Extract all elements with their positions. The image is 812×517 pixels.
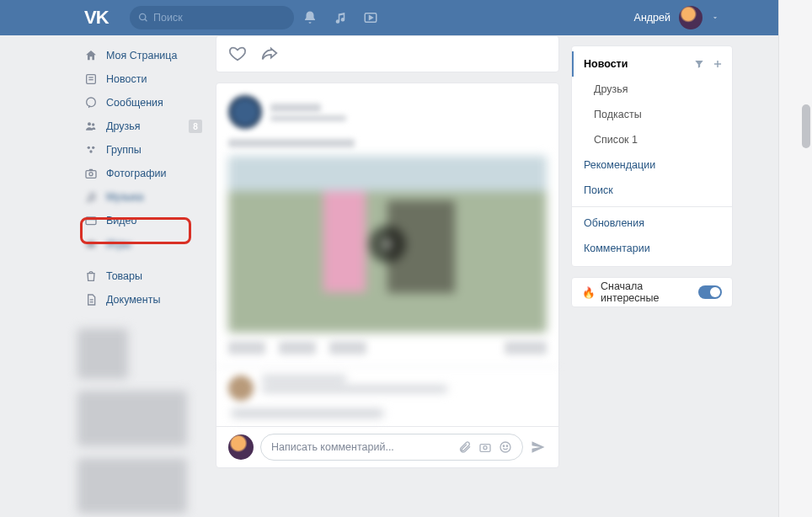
bell-icon[interactable] bbox=[302, 10, 318, 25]
svg-point-6 bbox=[87, 98, 96, 107]
friends-icon bbox=[83, 118, 99, 135]
svg-point-11 bbox=[89, 150, 92, 152]
search-input[interactable] bbox=[153, 12, 285, 24]
filter-label: Обновления bbox=[584, 217, 644, 229]
sidebar-extras bbox=[77, 328, 204, 514]
filter-label: Поиск bbox=[584, 184, 613, 196]
docs-icon bbox=[83, 291, 99, 308]
post-header bbox=[228, 95, 547, 129]
nav-label: Друзья bbox=[106, 120, 141, 132]
funnel-icon[interactable] bbox=[693, 58, 705, 70]
comment-field[interactable]: Написать комментарий... bbox=[260, 434, 523, 461]
filter-label: Список 1 bbox=[594, 134, 638, 146]
filter-podcasts[interactable]: Подкасты bbox=[572, 102, 732, 127]
vk-logo[interactable]: VK bbox=[84, 7, 109, 29]
play-box-icon[interactable] bbox=[363, 10, 378, 25]
nav-my-page[interactable]: Моя Страница bbox=[77, 44, 204, 67]
games-icon bbox=[83, 236, 99, 253]
page-scrollbar[interactable] bbox=[778, 0, 812, 517]
comment-placeholder: Написать комментарий... bbox=[271, 441, 394, 453]
nav-label: Моя Страница bbox=[106, 50, 177, 61]
post-actions-card bbox=[216, 35, 559, 72]
svg-point-24 bbox=[503, 445, 504, 446]
nav-photos[interactable]: Фотографии bbox=[77, 162, 204, 185]
avatar bbox=[679, 6, 702, 29]
filter-friends[interactable]: Друзья bbox=[572, 77, 732, 102]
toggle-label: Сначала интересные bbox=[601, 280, 698, 304]
feed: Написать комментарий... bbox=[216, 35, 559, 517]
right-sidebar: Новости Друзья Подкасты Список 1 Рекомен… bbox=[571, 35, 733, 517]
nav-friends[interactable]: Друзья 8 bbox=[77, 115, 204, 138]
nav-label: Игры bbox=[106, 238, 131, 250]
scroll-thumb[interactable] bbox=[802, 104, 810, 148]
video-icon bbox=[83, 212, 99, 229]
filter-search[interactable]: Поиск bbox=[572, 178, 732, 203]
chat-icon bbox=[83, 94, 99, 111]
header-user[interactable]: Андрей bbox=[634, 6, 719, 29]
like-icon[interactable] bbox=[228, 45, 247, 63]
interesting-first-card: 🔥 Сначала интересные bbox=[571, 277, 733, 307]
news-icon bbox=[83, 71, 99, 88]
filter-updates[interactable]: Обновления bbox=[572, 211, 732, 236]
plus-icon[interactable] bbox=[712, 58, 724, 70]
filter-label: Рекомендации bbox=[584, 159, 655, 171]
nav-market[interactable]: Товары bbox=[77, 264, 204, 288]
nav-news[interactable]: Новости bbox=[77, 67, 204, 91]
svg-point-23 bbox=[500, 442, 510, 452]
filter-list1[interactable]: Список 1 bbox=[572, 127, 732, 152]
nav-label: Новости bbox=[106, 73, 147, 85]
svg-point-7 bbox=[88, 122, 91, 125]
filter-recommendations[interactable]: Рекомендации bbox=[572, 152, 732, 178]
comment-avatar bbox=[228, 434, 254, 460]
photo-icon[interactable] bbox=[478, 440, 492, 454]
nav-docs[interactable]: Документы bbox=[77, 288, 204, 312]
header-icons bbox=[302, 10, 378, 25]
svg-point-8 bbox=[92, 123, 94, 125]
nav-music[interactable]: Музыка bbox=[77, 185, 204, 209]
search-box[interactable] bbox=[130, 6, 294, 29]
nav-label: Фотографии bbox=[106, 168, 166, 179]
svg-rect-12 bbox=[86, 171, 96, 179]
nav-groups[interactable]: Группы bbox=[77, 138, 204, 162]
svg-point-25 bbox=[506, 445, 507, 446]
svg-rect-21 bbox=[480, 445, 490, 452]
smile-icon[interactable] bbox=[499, 440, 512, 454]
left-sidebar: Моя Страница Новости Сообщения Друзья 8 … bbox=[77, 35, 204, 517]
nav-games[interactable]: Игры bbox=[77, 232, 204, 256]
send-icon[interactable] bbox=[530, 439, 547, 456]
post-footer bbox=[228, 341, 547, 354]
filter-label: Новости bbox=[584, 58, 628, 70]
author-avatar[interactable] bbox=[228, 95, 262, 129]
comments bbox=[216, 366, 558, 426]
filter-news[interactable]: Новости bbox=[572, 51, 732, 77]
camera-icon bbox=[83, 165, 99, 182]
shop-icon bbox=[83, 268, 99, 285]
nav-label: Сообщения bbox=[106, 97, 163, 109]
groups-icon bbox=[83, 141, 99, 158]
svg-point-0 bbox=[139, 13, 145, 19]
music-icon bbox=[83, 189, 99, 205]
chevron-down-icon bbox=[711, 13, 719, 22]
post-body bbox=[228, 139, 547, 333]
filter-label: Подкасты bbox=[594, 109, 642, 120]
search-icon bbox=[138, 12, 149, 24]
play-icon bbox=[369, 226, 406, 263]
video-thumbnail[interactable] bbox=[228, 156, 547, 333]
toggle-switch[interactable] bbox=[698, 285, 722, 299]
post-card: Написать комментарий... bbox=[216, 83, 559, 468]
music-icon[interactable] bbox=[333, 10, 348, 25]
username: Андрей bbox=[634, 12, 670, 24]
share-icon[interactable] bbox=[260, 45, 279, 63]
attach-icon[interactable] bbox=[458, 440, 472, 454]
svg-point-10 bbox=[92, 147, 94, 149]
nav-video[interactable]: Видео bbox=[77, 209, 204, 232]
filter-comments[interactable]: Комментарии bbox=[572, 236, 732, 261]
nav-label: Товары bbox=[106, 270, 142, 282]
svg-line-1 bbox=[144, 19, 147, 22]
home-icon bbox=[83, 47, 99, 64]
filters-card: Новости Друзья Подкасты Список 1 Рекомен… bbox=[571, 45, 733, 267]
top-header: VK Андрей bbox=[0, 0, 812, 35]
svg-point-13 bbox=[89, 173, 93, 176]
nav-messages[interactable]: Сообщения bbox=[77, 91, 204, 115]
friends-badge: 8 bbox=[189, 120, 202, 133]
